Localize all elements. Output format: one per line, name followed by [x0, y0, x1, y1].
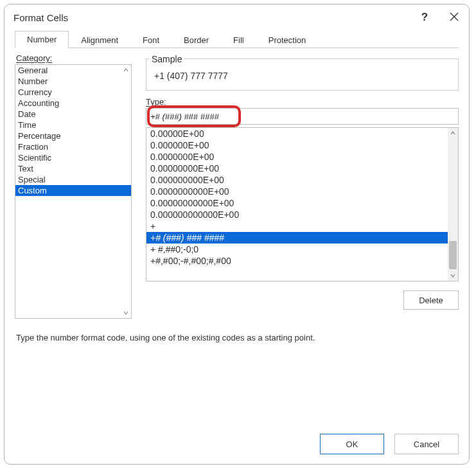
type-list-item[interactable]: + #,##0;-0;0: [146, 244, 458, 255]
category-item[interactable]: Time: [15, 120, 131, 130]
sample-box: Sample +1 (407) 777 7777: [146, 58, 459, 91]
ok-button[interactable]: OK: [320, 434, 384, 454]
type-list-item[interactable]: 0.000000000E+00: [146, 174, 458, 186]
sample-value: +1 (407) 777 7777: [153, 71, 452, 81]
type-list-item[interactable]: 0.0000000E+00: [146, 151, 458, 163]
scroll-down-icon[interactable]: [448, 271, 458, 281]
close-icon: [450, 12, 459, 23]
sample-label: Sample: [149, 54, 184, 64]
tab-border[interactable]: Border: [172, 31, 221, 48]
type-list-item[interactable]: 0.00000000E+00: [146, 163, 458, 174]
type-list-item[interactable]: +: [146, 220, 458, 232]
close-button[interactable]: [439, 4, 469, 30]
type-list-item[interactable]: +# (###) ### ####: [146, 232, 458, 244]
type-scrollbar[interactable]: [448, 128, 458, 281]
tab-font[interactable]: Font: [130, 31, 172, 48]
category-item[interactable]: General: [15, 65, 131, 76]
category-item[interactable]: Percentage: [15, 130, 131, 141]
category-item[interactable]: Scientific: [15, 152, 131, 163]
type-input[interactable]: [146, 108, 459, 125]
tab-content-number: Category: GeneralNumberCurrencyAccountin…: [4, 48, 469, 427]
scrollbar-thumb[interactable]: [449, 241, 457, 269]
category-item[interactable]: Fraction: [15, 141, 131, 152]
scroll-up-icon[interactable]: [448, 128, 458, 138]
type-label: Type:: [146, 97, 459, 107]
delete-button[interactable]: Delete: [403, 290, 459, 310]
type-list-item[interactable]: 0.0000000000E+00: [146, 186, 458, 197]
type-list-item[interactable]: 0.00000E+00: [146, 128, 458, 139]
category-item[interactable]: Date: [15, 109, 131, 120]
format-cells-dialog: Format Cells ? NumberAlignmentFontBorder…: [4, 4, 470, 465]
tab-alignment[interactable]: Alignment: [69, 31, 130, 48]
tab-number[interactable]: Number: [15, 31, 69, 48]
category-item[interactable]: Currency: [15, 87, 131, 98]
dialog-title: Format Cells: [13, 12, 68, 23]
category-item[interactable]: Special: [15, 174, 131, 185]
category-item[interactable]: Number: [15, 76, 131, 87]
category-item[interactable]: Text: [15, 163, 131, 174]
type-list-item[interactable]: 0.000000000000E+00: [146, 209, 458, 220]
type-list-item[interactable]: +#,#00;-#,#00;#,#00: [146, 255, 458, 267]
description-text: Type the number format code, using one o…: [16, 333, 457, 342]
type-list[interactable]: 0.00000E+000.000000E+000.0000000E+000.00…: [146, 127, 459, 281]
category-scrollbar[interactable]: [121, 65, 131, 318]
scroll-up-icon[interactable]: [121, 65, 131, 75]
titlebar: Format Cells ?: [4, 4, 469, 30]
scroll-down-icon[interactable]: [121, 308, 131, 318]
tab-protection[interactable]: Protection: [256, 31, 319, 48]
tab-bar: NumberAlignmentFontBorderFillProtection: [15, 30, 459, 48]
dialog-footer: OK Cancel: [4, 427, 469, 464]
type-list-item[interactable]: 0.00000000000E+00: [146, 197, 458, 209]
help-button[interactable]: ?: [410, 4, 439, 30]
category-list[interactable]: GeneralNumberCurrencyAccountingDateTimeP…: [15, 64, 132, 319]
category-item[interactable]: Custom: [15, 185, 131, 196]
type-list-item[interactable]: 0.000000E+00: [146, 139, 458, 151]
cancel-button[interactable]: Cancel: [394, 434, 459, 454]
category-item[interactable]: Accounting: [15, 98, 131, 109]
tab-fill[interactable]: Fill: [221, 31, 256, 48]
